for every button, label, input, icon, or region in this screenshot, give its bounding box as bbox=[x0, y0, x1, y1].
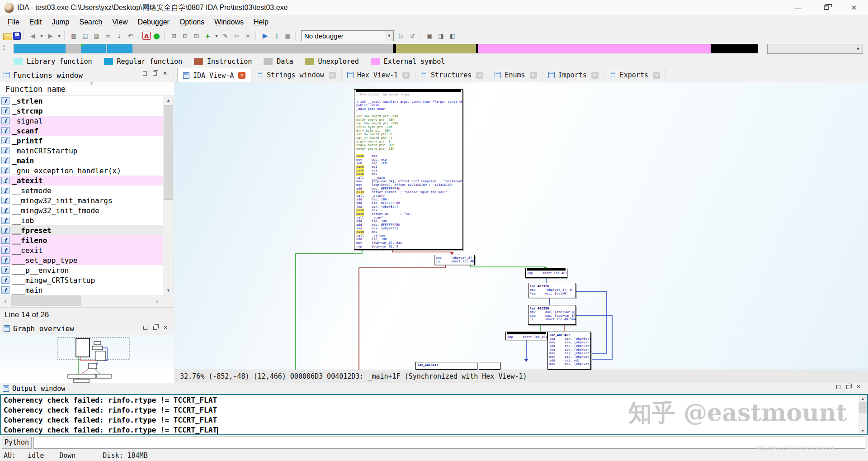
navband-segment[interactable] bbox=[711, 44, 758, 53]
function-row[interactable]: f___p__environ bbox=[0, 265, 164, 275]
menu-search[interactable]: Search bbox=[75, 17, 108, 28]
tab-close-icon[interactable]: ✕ bbox=[653, 72, 660, 79]
continue-icon[interactable]: ↺ bbox=[407, 31, 418, 41]
function-row[interactable]: f_scanf bbox=[0, 126, 164, 136]
scroll-down-icon[interactable]: ▼ bbox=[163, 286, 174, 295]
panel-restore-icon[interactable] bbox=[143, 326, 147, 330]
function-row[interactable]: f_atexit bbox=[0, 176, 164, 185]
block-loc-401326[interactable]: loc_401326:mov [ebp+var_4], 0lea esi, [e… bbox=[528, 283, 576, 298]
tab-close-icon[interactable]: ✕ bbox=[591, 72, 599, 79]
function-list-hscrollbar[interactable]: ‹ › bbox=[0, 295, 174, 307]
scroll-up-icon[interactable]: ▲ bbox=[859, 395, 867, 402]
function-row[interactable]: f___set_app_type bbox=[0, 255, 164, 265]
breakpoint-list-icon[interactable]: ◧ bbox=[447, 31, 458, 41]
function-row[interactable]: f___mingw_CRTStartup bbox=[0, 275, 164, 285]
stop-debug-icon[interactable]: ■ bbox=[283, 31, 293, 41]
search-icon[interactable]: ∞ bbox=[103, 31, 113, 41]
scroll-up-icon[interactable]: ▲ bbox=[163, 96, 174, 105]
output-vscrollbar[interactable]: ▲ ▼ bbox=[859, 395, 867, 434]
close-button[interactable]: ✕ bbox=[840, 0, 868, 15]
graph-overview-titlebar[interactable]: Graph overview ✕ bbox=[0, 322, 174, 335]
menu-debugger[interactable]: Debugger bbox=[133, 17, 175, 28]
navband-segment[interactable] bbox=[478, 44, 711, 53]
block-titlebar[interactable] bbox=[356, 90, 461, 92]
navband-segment[interactable] bbox=[132, 44, 393, 53]
attach-process-icon[interactable]: ▷ bbox=[396, 31, 406, 41]
navband-segment[interactable] bbox=[107, 44, 132, 53]
edit-icon[interactable]: ✎ bbox=[220, 31, 231, 41]
jump-name-icon[interactable]: ▥ bbox=[69, 31, 79, 41]
function-row[interactable]: f__setmode bbox=[0, 185, 164, 195]
block-loc-401340[interactable]: loc_401340:lea eax, [ebp+Str1]mov edx, [… bbox=[547, 332, 591, 370]
tab-close-icon[interactable]: ✕ bbox=[329, 72, 336, 79]
output-log[interactable]: Coherency check failed: rinfo.rtype != T… bbox=[0, 394, 868, 435]
block-jmp-401350[interactable]: jmp short loc_401350 bbox=[505, 332, 547, 340]
function-row[interactable]: f___main bbox=[0, 285, 164, 295]
menu-file[interactable]: File bbox=[3, 17, 24, 28]
cli-input[interactable] bbox=[33, 437, 865, 449]
tab-close-icon[interactable]: ✕ bbox=[402, 72, 410, 79]
panel-close-icon[interactable]: ✕ bbox=[856, 385, 861, 389]
function-row[interactable]: f_gnu_exception_handler(x) bbox=[0, 166, 164, 176]
scrollbar-thumb[interactable] bbox=[11, 295, 81, 306]
scrollbar-thumb[interactable] bbox=[859, 402, 867, 413]
text-view-icon[interactable]: A bbox=[142, 32, 151, 40]
jump-function-icon[interactable]: ▤ bbox=[80, 31, 90, 41]
scroll-right-icon[interactable]: › bbox=[152, 295, 163, 307]
function-row[interactable]: f__iob bbox=[0, 215, 164, 225]
ida-view-a-canvas[interactable]: ; Attributes: bp-based frame ; int __cde… bbox=[175, 82, 868, 383]
menu-windows[interactable]: Windows bbox=[209, 17, 249, 28]
menu-view[interactable]: View bbox=[107, 17, 132, 28]
scrollbar-thumb[interactable] bbox=[164, 105, 173, 200]
tab-structures[interactable]: Structures✕ bbox=[415, 68, 489, 82]
add-menu-icon[interactable]: ▾ bbox=[214, 31, 219, 41]
tab-imports[interactable]: Imports✕ bbox=[543, 68, 604, 82]
pause-debug-icon[interactable]: ∥ bbox=[271, 31, 282, 41]
tab-hex-view-1[interactable]: Hex View-1✕ bbox=[342, 68, 415, 82]
delete-icon[interactable]: × bbox=[243, 31, 253, 41]
function-row[interactable]: f__fileno bbox=[0, 235, 164, 245]
tab-close-icon[interactable]: ✕ bbox=[530, 72, 537, 79]
module-list-icon[interactable]: ◨ bbox=[436, 31, 446, 41]
scroll-left-icon[interactable]: ‹ bbox=[0, 295, 11, 307]
panel-float-icon[interactable] bbox=[153, 326, 157, 330]
name-icon[interactable]: ⊡ bbox=[191, 31, 202, 41]
functions-window-titlebar[interactable]: Functions window ✕ bbox=[0, 68, 174, 82]
tab-exports[interactable]: Exports✕ bbox=[604, 68, 666, 82]
open-file-icon[interactable] bbox=[3, 33, 12, 40]
function-row[interactable]: f__mingw32_init_fmode bbox=[0, 205, 164, 215]
block-stub[interactable] bbox=[479, 362, 500, 370]
minimize-button[interactable]: — bbox=[784, 0, 812, 15]
block-loc-401330[interactable]: loc_401330:mov eax, [ebp+var_4]cmp eax, … bbox=[528, 305, 576, 325]
navband-segment[interactable] bbox=[81, 44, 106, 53]
function-row[interactable]: f_main bbox=[0, 156, 164, 166]
panel-restore-icon[interactable] bbox=[836, 385, 840, 389]
output-window-titlebar[interactable]: Output window ✕ bbox=[0, 383, 868, 394]
function-row[interactable]: f_mainCRTStartup bbox=[0, 146, 164, 156]
maximize-button[interactable] bbox=[812, 0, 840, 15]
navband-segment[interactable] bbox=[14, 44, 66, 53]
back-icon[interactable]: ◀ bbox=[28, 31, 38, 41]
function-list-vscrollbar[interactable]: ▲ ▼ bbox=[163, 96, 174, 295]
block-jmp-401326[interactable]: jmp short loc_401326 bbox=[525, 268, 567, 278]
function-row[interactable]: f_printf bbox=[0, 136, 164, 146]
patch-icon[interactable]: ✄ bbox=[231, 31, 242, 41]
function-row[interactable]: f__mingw32_init_mainargs bbox=[0, 195, 164, 205]
panel-float-icon[interactable] bbox=[846, 385, 850, 389]
forward-icon[interactable]: ▶ bbox=[45, 31, 56, 41]
xref-to-icon[interactable]: ⊞ bbox=[169, 31, 179, 41]
menu-jump[interactable]: Jump bbox=[47, 17, 74, 28]
panel-restore-icon[interactable] bbox=[143, 71, 147, 76]
tab-strings-window[interactable]: Strings window✕ bbox=[251, 68, 341, 82]
block-loc-401314[interactable]: loc_401314: bbox=[415, 362, 477, 370]
chevron-down-icon[interactable]: ▼ bbox=[385, 31, 393, 41]
scroll-down-icon[interactable]: ▼ bbox=[859, 427, 867, 434]
python-cli-button[interactable]: Python bbox=[2, 437, 32, 449]
function-row[interactable]: f__fpreset bbox=[0, 225, 164, 235]
menu-help[interactable]: Help bbox=[249, 17, 274, 28]
ok-sphere-icon[interactable]: ● bbox=[151, 31, 162, 41]
panel-float-icon[interactable] bbox=[153, 71, 157, 76]
undo-icon[interactable]: ↶ bbox=[125, 31, 136, 41]
graph-overview-canvas[interactable] bbox=[0, 335, 174, 383]
function-row[interactable]: f_strcmp bbox=[0, 106, 164, 116]
